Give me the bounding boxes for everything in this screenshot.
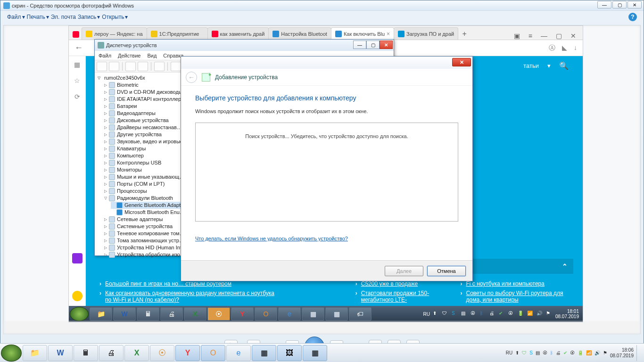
start-button[interactable] — [1, 345, 22, 362]
tray-volume-icon[interactable]: 🔊 — [537, 311, 543, 317]
tray-icon[interactable]: ⬆ — [433, 311, 439, 317]
browser-tab-active[interactable]: Как включить Blu× — [331, 27, 394, 40]
taskbar-app-printer[interactable]: 🖨 — [160, 307, 183, 321]
taskbar-app[interactable]: ⦿ — [207, 307, 230, 321]
toolbar-button[interactable] — [171, 62, 181, 71]
article-link[interactable]: Стартовали продажи 150-мегабитного LTE- — [361, 290, 442, 303]
back-button[interactable]: ← — [74, 43, 83, 53]
tray-icon[interactable]: ⦿ — [471, 311, 477, 317]
show-desktop-button[interactable] — [636, 345, 640, 361]
dm-menu-view[interactable]: Вид — [147, 53, 157, 58]
tray-icon[interactable]: ⦿ — [508, 311, 515, 317]
tray-icon[interactable]: ⦿ — [570, 350, 575, 355]
tray-flag-icon[interactable]: ⚑ — [603, 350, 607, 355]
dm-close-button[interactable]: ✕ — [380, 41, 393, 49]
menu-burn[interactable]: Запись ▾ — [78, 14, 100, 20]
wizard-next-button[interactable]: Далее — [385, 266, 423, 276]
menu-print[interactable]: Печать ▾ — [27, 14, 49, 20]
tray-network-icon[interactable]: 📶 — [586, 350, 592, 355]
taskbar-app[interactable]: ▦ — [303, 345, 327, 361]
tray-flag-icon[interactable]: ⚑ — [546, 311, 553, 317]
tray-icon[interactable]: 🖨 — [556, 350, 561, 355]
translate-icon[interactable]: Ⓐ — [549, 44, 555, 52]
taskbar-app-word[interactable]: W — [48, 345, 73, 361]
clock[interactable]: 18:0608.07.2019 — [610, 347, 634, 359]
taskbar-app-photoviewer[interactable]: 🖼 — [277, 345, 302, 361]
taskbar-app-ie[interactable]: e — [278, 307, 301, 321]
tray-bluetooth-icon[interactable]: ᛒ — [480, 311, 487, 317]
taskbar-app-excel[interactable]: X — [184, 307, 206, 321]
taskbar-app[interactable]: ▦ — [252, 345, 276, 361]
tray-skype-icon[interactable]: S — [529, 350, 533, 355]
taskbar-app[interactable]: ▦ — [302, 307, 324, 321]
photo-viewer-titlebar[interactable]: скрин - Средство просмотра фотографий Wi… — [0, 0, 644, 11]
article-link[interactable]: С5200 уже в продаже — [361, 280, 418, 287]
device-manager-titlebar[interactable]: Диспетчер устройств — ▢ ✕ — [95, 40, 394, 51]
article-link[interactable]: Как организовать одновременную раздачу и… — [105, 290, 280, 303]
toolbar-button[interactable] — [97, 62, 107, 71]
taskbar-app-outlook[interactable]: O — [201, 345, 225, 361]
taskbar-app-explorer[interactable]: 📁 — [23, 345, 47, 361]
wizard-titlebar[interactable]: ✕ — [181, 57, 472, 69]
menu-file[interactable]: Файл ▾ — [7, 14, 25, 20]
tray-icon[interactable]: ▤ — [461, 311, 468, 317]
taskbar-app-yandex[interactable]: Y — [175, 345, 200, 361]
tray-icon[interactable]: ✔ — [499, 311, 505, 317]
taskbar-app[interactable]: ⦿ — [150, 345, 174, 361]
taskbar-app-explorer[interactable]: 📁 — [90, 307, 112, 321]
taskbar-app[interactable]: ▦ — [325, 307, 348, 321]
tray-battery-icon[interactable]: 🔋 — [578, 350, 583, 355]
tray-icon[interactable]: 🛡 — [522, 350, 527, 355]
tray-icon[interactable]: 🖨 — [489, 311, 496, 317]
dm-menu-file[interactable]: Файл — [99, 53, 111, 58]
taskbar-app-calc[interactable]: 🖩 — [74, 345, 98, 361]
tray-icon[interactable]: ⦿ — [543, 350, 547, 355]
browser-maximize-icon[interactable]: ▢ — [556, 32, 562, 40]
toolbar-button[interactable] — [109, 62, 119, 71]
system-tray[interactable]: RU ⬆ 🛡 S ▤ ⦿ ᛒ 🖨 ✔ ⦿ 🔋 📶 🔊 ⚑ 18:0608.07.… — [506, 345, 643, 361]
search-icon[interactable]: 🔍 — [559, 61, 569, 70]
tray-icon[interactable]: ▤ — [536, 350, 540, 355]
input-lang[interactable]: RU — [506, 350, 512, 355]
taskbar-app-ie[interactable]: e — [226, 345, 251, 361]
article-link[interactable]: Fi с ноутбука или компьютера — [466, 280, 545, 287]
start-button[interactable] — [70, 307, 89, 321]
taskbar-app-yandex[interactable]: Y — [231, 307, 254, 321]
toolbar-button[interactable] — [138, 62, 148, 71]
toolbar-button[interactable] — [154, 62, 165, 71]
taskbar-app-outlook[interactable]: O — [255, 307, 277, 321]
tabs-overview-icon[interactable]: ▣ — [514, 32, 520, 40]
article-link[interactable]: Советы по выбору Wi-Fi роутера для дома,… — [466, 290, 573, 303]
taskbar-app-word[interactable]: W — [113, 307, 136, 321]
dm-maximize-button[interactable]: ▢ — [366, 41, 380, 49]
taskbar-app-printer[interactable]: 🖨 — [99, 345, 124, 361]
tray-icon[interactable]: ✔ — [563, 350, 567, 355]
sidebar-bookmarks-icon[interactable]: ☆ — [74, 77, 80, 84]
window-minimize-button[interactable]: — — [597, 1, 611, 8]
wizard-help-link[interactable]: Что делать, если Windows не удалось обна… — [195, 236, 348, 241]
inner-system-tray[interactable]: RU ⬆ 🛡 S ▤ ⦿ ᛒ 🖨 ✔ ⦿ 🔋 📶 🔊 ⚑ 18:0108.07.… — [423, 309, 582, 319]
dm-menu-action[interactable]: Действие — [118, 53, 140, 58]
sidebar-apps-icon[interactable]: ▦ — [74, 61, 80, 68]
menu-open[interactable]: Открыть ▾ — [102, 14, 128, 20]
wizard-cancel-button[interactable]: Отмена — [427, 266, 466, 276]
tray-volume-icon[interactable]: 🔊 — [594, 350, 600, 355]
window-close-button[interactable]: ✕ — [627, 1, 642, 8]
taskbar-app-calc[interactable]: 🖩 — [137, 307, 159, 321]
browser-close-icon[interactable]: ✕ — [570, 32, 576, 40]
input-lang[interactable]: RU — [423, 312, 429, 317]
window-maximize-button[interactable]: ▢ — [612, 1, 627, 8]
downloads-icon[interactable]: ↓ — [574, 44, 577, 52]
browser-tab[interactable]: 1С:Предприятие — [147, 27, 208, 40]
tray-icon[interactable]: ⬆ — [515, 350, 519, 355]
tray-skype-icon[interactable]: S — [452, 311, 458, 317]
browser-tab[interactable]: как заменить драй — [207, 27, 269, 40]
browser-minimize-icon[interactable]: — — [541, 32, 547, 40]
menu-email[interactable]: Эл. почта — [51, 14, 76, 20]
tray-battery-icon[interactable]: 🔋 — [518, 311, 524, 317]
site-nav-item[interactable]: татьи — [523, 62, 539, 69]
sidebar-app-icon[interactable] — [72, 253, 83, 263]
browser-tab[interactable]: лероу — Яндекс: на — [82, 27, 147, 40]
tray-bluetooth-icon[interactable]: ᛒ — [550, 350, 553, 355]
toolbar-button[interactable] — [125, 62, 136, 71]
